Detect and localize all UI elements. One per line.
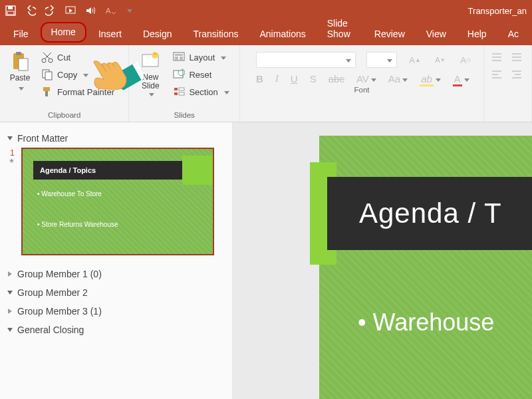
tab-file[interactable]: File xyxy=(3,23,39,45)
slide-thumbnail[interactable]: Agenda / Topics • Warehouse To Store • S… xyxy=(21,148,214,255)
reset-label: Reset xyxy=(189,70,211,80)
thumb-bullet: • Store Returns Warehouse xyxy=(37,221,118,228)
triangle-right-icon xyxy=(7,308,13,315)
thumb-title: Agenda / Topics xyxy=(33,161,182,180)
new-slide-button[interactable]: New Slide xyxy=(133,48,168,98)
numbering-button[interactable] xyxy=(512,53,524,64)
section-label: Group Member 3 (1) xyxy=(17,306,102,317)
group-label-slides: Slides xyxy=(133,110,235,122)
chevron-down-icon xyxy=(385,55,392,65)
section-label: Section xyxy=(189,87,217,97)
section-general-closing[interactable]: General Closing xyxy=(5,321,227,339)
decrease-font-icon[interactable]: A▼ xyxy=(433,53,448,67)
tab-animations[interactable]: Animations xyxy=(249,23,316,45)
chevron-down-icon xyxy=(147,89,154,98)
shadow-button[interactable]: S xyxy=(310,73,317,84)
cut-label: Cut xyxy=(57,53,70,63)
tab-insert[interactable]: Insert xyxy=(88,23,132,45)
font-size-select[interactable] xyxy=(366,52,397,68)
scissors-icon xyxy=(41,51,53,63)
clear-formatting-icon[interactable]: A◇ xyxy=(458,53,473,67)
svg-rect-18 xyxy=(175,57,178,60)
chevron-down-icon xyxy=(369,73,376,84)
triangle-right-icon xyxy=(7,271,13,277)
tab-review[interactable]: Review xyxy=(364,23,416,45)
svg-rect-1 xyxy=(8,6,13,9)
tab-view[interactable]: View xyxy=(416,23,457,45)
section-label: Group Member 1 (0) xyxy=(17,269,102,279)
outline-pane[interactable]: Front Matter 1 ★ Agenda / Topics • Wareh… xyxy=(0,122,233,399)
svg-rect-17 xyxy=(175,54,183,56)
tab-transitions[interactable]: Transitions xyxy=(183,23,249,45)
tab-home[interactable]: Home xyxy=(41,22,86,43)
layout-button[interactable]: Layout xyxy=(170,49,231,65)
section-front-matter[interactable]: Front Matter xyxy=(5,129,227,148)
character-spacing-button[interactable]: AV xyxy=(356,73,376,84)
paste-label: Paste xyxy=(10,73,31,82)
undo-icon[interactable] xyxy=(25,5,36,16)
bullets-button[interactable] xyxy=(492,53,504,64)
increase-font-icon[interactable]: A▲ xyxy=(408,53,422,67)
reset-button[interactable]: Reset xyxy=(170,66,231,82)
align-left-button[interactable] xyxy=(492,70,504,81)
font-decrease-icon[interactable]: A xyxy=(105,5,116,16)
section-label: General Closing xyxy=(17,325,84,335)
group-clipboard: Paste Cut Copy Format Painter Cli xyxy=(0,45,129,122)
group-font: A▲ A▼ A◇ B I U S abc AV Aa ab A Font xyxy=(240,45,484,122)
format-painter-button[interactable]: Format Painter xyxy=(39,84,117,100)
change-case-button[interactable]: Aa xyxy=(388,73,408,84)
svg-rect-2 xyxy=(7,11,14,15)
underline-button[interactable]: U xyxy=(291,73,298,84)
slide-canvas[interactable]: Agenda / T • Warehouse xyxy=(233,122,532,399)
slide-number: 1 xyxy=(5,148,15,158)
volume-icon[interactable] xyxy=(85,5,96,16)
tab-acrobat[interactable]: Ac xyxy=(497,23,529,45)
group-label-clipboard: Clipboard xyxy=(4,110,124,122)
slide-title: Agenda / T xyxy=(327,177,532,250)
group-paragraph xyxy=(484,45,532,122)
paste-icon xyxy=(9,51,31,72)
new-slide-icon xyxy=(140,51,161,72)
cut-button[interactable]: Cut xyxy=(39,49,117,65)
align-center-button[interactable] xyxy=(512,70,524,81)
section-group-member-1[interactable]: Group Member 1 (0) xyxy=(5,265,227,283)
font-family-select[interactable] xyxy=(256,52,356,68)
triangle-down-icon xyxy=(7,135,13,142)
new-slide-label: New Slide xyxy=(133,73,168,90)
document-title: Transporter_an xyxy=(468,6,527,16)
section-group-member-3[interactable]: Group Member 3 (1) xyxy=(5,302,227,321)
ribbon-tabs: File Home Insert Design Transitions Anim… xyxy=(0,21,532,45)
svg-point-9 xyxy=(49,59,53,63)
slide-thumbnail-row[interactable]: 1 ★ Agenda / Topics • Warehouse To Store… xyxy=(5,148,227,255)
slide-preview: Agenda / T • Warehouse xyxy=(319,136,532,399)
thumb-bullet: • Warehouse To Store xyxy=(37,190,102,198)
paintbrush-icon xyxy=(41,86,53,98)
tab-design[interactable]: Design xyxy=(132,23,183,45)
chevron-down-icon xyxy=(344,55,351,65)
copy-button[interactable]: Copy xyxy=(39,66,117,82)
qat-customize-icon[interactable] xyxy=(125,5,132,16)
section-icon xyxy=(173,86,185,98)
title-bar: A Transporter_an xyxy=(0,0,532,21)
paste-button[interactable]: Paste xyxy=(4,48,36,93)
start-from-beginning-icon[interactable] xyxy=(65,5,76,16)
font-color-button[interactable]: A xyxy=(453,73,469,84)
section-label: Front Matter xyxy=(17,133,68,144)
tab-help[interactable]: Help xyxy=(457,23,497,45)
svg-rect-7 xyxy=(19,59,28,70)
svg-rect-23 xyxy=(179,88,184,90)
svg-rect-13 xyxy=(45,91,48,96)
tab-slideshow[interactable]: Slide Show xyxy=(317,13,364,45)
save-icon[interactable] xyxy=(5,5,16,16)
chevron-down-icon xyxy=(17,84,24,93)
italic-button[interactable]: I xyxy=(275,73,279,84)
chevron-down-icon xyxy=(81,70,88,80)
copy-icon xyxy=(41,68,53,80)
workspace: Front Matter 1 ★ Agenda / Topics • Wareh… xyxy=(0,122,532,399)
redo-icon[interactable] xyxy=(45,5,56,16)
bold-button[interactable]: B xyxy=(256,73,263,84)
section-group-member-2[interactable]: Group Member 2 xyxy=(5,283,227,302)
section-button[interactable]: Section xyxy=(170,84,231,100)
strikethrough-button[interactable]: abc xyxy=(329,73,344,84)
highlight-button[interactable]: ab xyxy=(420,73,441,84)
